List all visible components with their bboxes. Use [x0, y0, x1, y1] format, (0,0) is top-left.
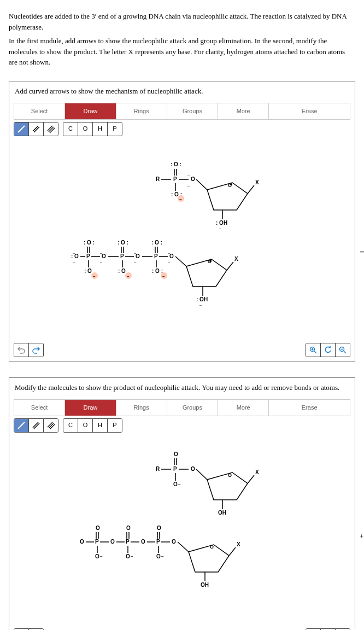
tab-rings-2[interactable]: Rings	[116, 400, 167, 416]
tab-rings[interactable]: Rings	[116, 103, 167, 119]
tab-draw-2[interactable]: Draw	[65, 400, 116, 416]
atom-h-button[interactable]: H	[93, 122, 108, 136]
svg-text:O: O	[141, 539, 145, 545]
svg-text:P: P	[173, 466, 177, 472]
subtoolbar-1: C O H P	[14, 122, 350, 136]
svg-line-0	[18, 126, 25, 132]
bond-single-button-2[interactable]	[14, 419, 29, 432]
svg-line-104	[196, 469, 207, 480]
atom-c-button-2[interactable]: C	[63, 419, 78, 432]
svg-text:..: ..	[134, 260, 136, 264]
bond-group-2	[14, 418, 58, 433]
zoom-reset-button[interactable]	[321, 343, 336, 357]
svg-text:–: –	[93, 273, 96, 278]
svg-text:R: R	[156, 466, 160, 472]
svg-text:P: P	[95, 539, 99, 545]
svg-text:O: O	[172, 539, 176, 545]
svg-text:X: X	[237, 541, 240, 547]
svg-line-107	[248, 475, 254, 483]
bond-single-button[interactable]	[14, 122, 29, 136]
history-group-1	[14, 343, 44, 357]
svg-text:: O :: : O :	[152, 268, 163, 274]
svg-text:O: O	[110, 539, 115, 545]
svg-line-85	[344, 351, 346, 353]
toolbar-2: Select Draw Rings Groups More Erase	[14, 399, 350, 416]
svg-line-20	[196, 179, 207, 190]
svg-marker-21	[207, 183, 248, 210]
undo-button[interactable]	[14, 343, 29, 357]
atom-p-button-2[interactable]: P	[108, 419, 122, 432]
atom-o-button-2[interactable]: O	[78, 419, 93, 432]
tab-erase-2[interactable]: Erase	[269, 400, 350, 416]
svg-text:..: ..	[100, 250, 102, 254]
tab-select[interactable]: Select	[14, 103, 65, 119]
bottom-nucleotide-2: O O P O O– O P	[80, 525, 240, 588]
tab-erase[interactable]: Erase	[269, 103, 350, 119]
canvas-2[interactable]: O R P O O – O X OH	[14, 438, 350, 624]
svg-line-75	[227, 262, 233, 270]
svg-text:–: –	[162, 273, 165, 278]
svg-text:P: P	[173, 176, 177, 182]
svg-line-145	[229, 547, 236, 556]
svg-text:: O :: : O :	[84, 240, 95, 246]
svg-line-24	[248, 185, 254, 194]
svg-text:: OH: : OH	[196, 296, 208, 302]
svg-text:–: –	[161, 553, 164, 558]
panel-mechanism: Add curved arrows to show the mechanism …	[9, 81, 355, 362]
zoom-out-button[interactable]	[336, 343, 350, 357]
zoom-group-2	[306, 628, 350, 631]
tab-more-2[interactable]: More	[218, 400, 269, 416]
atom-group: C O H P	[63, 122, 122, 136]
svg-text:: O :: : O :	[118, 240, 128, 246]
svg-text:: O: : O	[84, 268, 92, 274]
zoom-in-button[interactable]	[306, 343, 321, 357]
bottom-nucleotide: : O : : O .. .. P O .. .. : O –	[71, 240, 238, 306]
svg-text:O: O	[191, 466, 195, 472]
svg-text:..: ..	[187, 173, 190, 177]
bond-triple-button-2[interactable]	[44, 419, 58, 432]
zoom-group-1	[306, 343, 350, 357]
svg-text:..: ..	[73, 260, 75, 264]
top-nucleotide: : O : R P O .. .. : O : – O X	[156, 161, 259, 230]
subtoolbar-2: C O H P	[14, 418, 350, 433]
svg-text:..: ..	[168, 250, 170, 254]
atom-h-button-2[interactable]: H	[93, 419, 108, 432]
tab-more[interactable]: More	[218, 103, 269, 119]
atom-o-button[interactable]: O	[78, 122, 93, 136]
svg-text:P: P	[154, 253, 158, 259]
svg-text:O: O	[126, 525, 131, 531]
svg-text:..: ..	[134, 250, 136, 254]
svg-text:O: O	[80, 539, 84, 545]
svg-text:P: P	[126, 539, 130, 545]
tab-groups-2[interactable]: Groups	[167, 400, 218, 416]
bond-triple-button[interactable]	[44, 122, 58, 136]
tab-select-2[interactable]: Select	[14, 400, 65, 416]
svg-text:..: ..	[219, 226, 221, 230]
svg-text:P: P	[156, 539, 160, 545]
bond-double-button-2[interactable]	[29, 419, 44, 432]
atom-group-2: C O H P	[63, 418, 122, 433]
redo-button[interactable]	[29, 343, 43, 357]
intro-paragraph-1: Nucleotides are added to the 3′ end of a…	[9, 11, 355, 32]
bond-double-button[interactable]	[29, 122, 44, 136]
svg-text:O: O	[95, 553, 99, 559]
atom-c-button[interactable]: C	[63, 122, 78, 136]
svg-text:P: P	[86, 253, 90, 259]
svg-text:P: P	[120, 253, 124, 259]
panel2-title: Modify the molecules to show the product…	[9, 378, 355, 398]
svg-text:X: X	[255, 469, 259, 475]
svg-line-81	[314, 351, 316, 353]
atom-p-button[interactable]: P	[108, 122, 122, 136]
canvas-1[interactable]: : O : R P O .. .. : O : – O X	[14, 142, 350, 339]
tab-draw[interactable]: Draw	[65, 103, 116, 119]
svg-text:: OH: : OH	[216, 220, 227, 226]
svg-text:–: –	[179, 196, 182, 201]
svg-text:O: O	[126, 553, 130, 559]
svg-text:R: R	[156, 176, 160, 182]
svg-text:O: O	[228, 183, 232, 188]
svg-text:O: O	[174, 451, 178, 457]
tab-groups[interactable]: Groups	[167, 103, 218, 119]
svg-line-142	[178, 542, 189, 552]
svg-text:–: –	[131, 553, 133, 558]
svg-line-87	[18, 422, 25, 429]
